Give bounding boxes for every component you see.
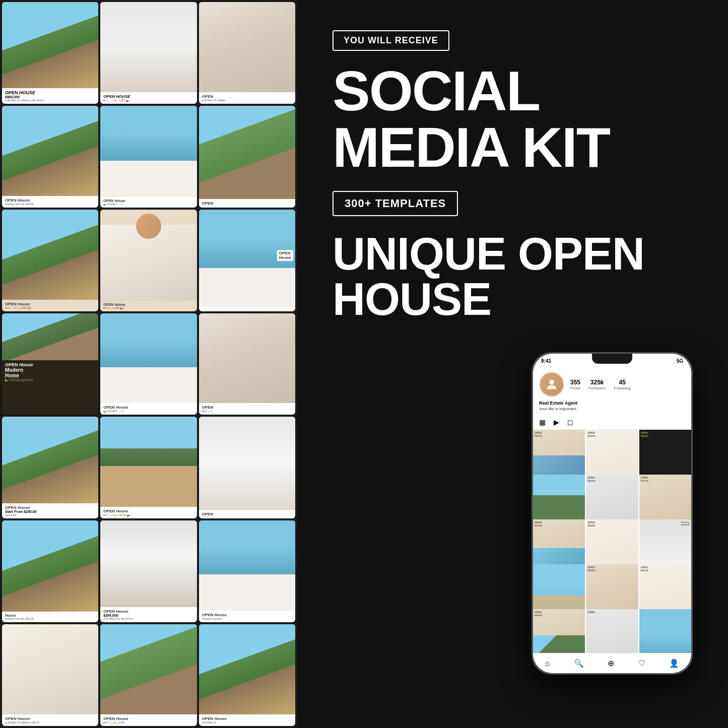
template-card: OPEN House 🛏 2 🛁 1 📐 1,245 🚗 1 xyxy=(100,2,196,104)
following-label: Following xyxy=(614,386,631,390)
main-title: SOCIAL MEDIA KIT xyxy=(333,63,610,176)
template-card: OPEN House Start From $250.00 @yoursite xyxy=(2,417,98,518)
video-icon: ▶ xyxy=(554,418,559,426)
templates-badge: 300+ TEMPLATES xyxy=(333,191,458,216)
search-icon: 🔍 xyxy=(574,658,584,668)
phone-notch xyxy=(592,354,632,364)
home-icon: ⌂ xyxy=(545,659,550,668)
template-card: OPEN House 🏊 Pool 🛏 2 🛁 1 xyxy=(100,106,196,208)
grid-cell: PropertySchedule xyxy=(639,519,691,571)
phone-username: Real Estate Agent xyxy=(539,400,685,407)
posts-label: Posts xyxy=(570,386,580,390)
tag-icon: ◻ xyxy=(567,418,573,426)
grid-cell: OPENHouse xyxy=(533,564,585,616)
phone-profile-section: 355 Posts 325k Followers 45 Following xyxy=(533,368,691,415)
phone-bio: Your Bio is important. xyxy=(539,407,685,411)
grid-cell: OPENHouse xyxy=(586,519,638,571)
phone-stats: 355 Posts 325k Followers 45 Following xyxy=(570,379,685,390)
template-card: OPEN House Starting From $2,1200.00 xyxy=(2,106,98,208)
grid-cell: OPENHouse xyxy=(533,609,585,653)
template-card: OPEN House 🛏 2 🛁 1 📐 1,245 sqft xyxy=(2,210,98,311)
grid-cell: OPENHouse xyxy=(639,564,691,616)
phone-time: 9:41 xyxy=(541,358,551,364)
grid-cell: OPENHouse xyxy=(586,430,638,482)
grid-cell: OPENHouse xyxy=(639,475,691,526)
template-card: House Starting From $2,1500.00 xyxy=(2,520,98,622)
grid-cell: OPEN xyxy=(586,609,638,653)
template-card: OPEN House 🏊 Pool 🛏 3 🛁 2 xyxy=(100,313,196,415)
phone-stat-following: 45 Following xyxy=(614,379,631,390)
phone-avatar-row: 355 Posts 325k Followers 45 Following xyxy=(539,372,685,397)
add-icon: ⊕ xyxy=(608,658,614,668)
phone-mockup: 9:41 5G xyxy=(532,352,693,675)
grid-cell: OPEN xyxy=(639,609,691,653)
sub-title: UNIQUE OPEN HOUSE xyxy=(333,231,644,322)
grid-cell: OPENHouse xyxy=(533,519,585,571)
grid-cell: OPENHouse xyxy=(639,430,691,482)
template-card: OPEN xyxy=(199,106,295,208)
avatar xyxy=(539,372,564,397)
following-count: 45 xyxy=(619,379,625,386)
grid-icon: ▦ xyxy=(539,418,546,426)
template-card: OPEN ● 40 Main St ● Miami xyxy=(199,2,295,104)
template-card: OPENHouse xyxy=(199,210,295,311)
followers-count: 325k xyxy=(590,379,604,386)
template-card: OPEN House Property Features xyxy=(199,520,295,622)
grid-cell: OPENHouse xyxy=(586,564,638,616)
followers-label: Followers xyxy=(588,386,606,390)
template-card: OPEN House 🛏 3 🛁 1 📐 List sft 🚗 1 xyxy=(100,417,196,518)
phone-stat-followers: 325k Followers xyxy=(588,379,606,390)
phone-post-grid: OPENHouse OPENHouse OPENHouse OPENHouse xyxy=(533,430,691,653)
template-card: OPEN House ● 40 Main St xyxy=(199,624,295,726)
svg-point-0 xyxy=(549,380,554,384)
template-card: OPEN 🛏 2 🛁 1 xyxy=(199,313,295,415)
posts-count: 355 xyxy=(570,379,580,386)
grid-cell: OPENHouse xyxy=(533,430,585,482)
template-grid: OPEN House $500,000 ● 40 Main St ● Miami… xyxy=(0,0,297,728)
template-card: OPEN House ModernHome 📐 1,245 sqft 🚗 Par… xyxy=(2,313,98,415)
phone-mockup-container: 9:41 5G xyxy=(333,352,693,675)
template-card: OPEN House $299,000 ● 40 Main St ● Sat 2… xyxy=(100,520,196,622)
template-card: OPEN House 🛏 3 🛁 2 📐 1,245 xyxy=(100,624,196,726)
phone-stat-posts: 355 Posts xyxy=(570,379,580,390)
heart-icon: ♡ xyxy=(638,658,645,668)
profile-icon: 👤 xyxy=(669,658,679,668)
grid-cell: OPENHouse xyxy=(533,475,585,526)
template-card: OPEN House $500,000 ● 40 Main St ● Miami… xyxy=(2,2,98,104)
phone-screen: 9:41 5G xyxy=(533,354,691,673)
template-card: OPEN House 🛏 2 📐 1,245 🚗 1 xyxy=(100,210,196,311)
phone-grid-icons: ▦ ▶ ◻ xyxy=(533,415,691,430)
right-panel: YOU WILL RECEIVE SOCIAL MEDIA KIT 300+ T… xyxy=(297,0,728,728)
grid-cell: OPENHouse xyxy=(586,475,638,526)
you-will-receive-badge: YOU WILL RECEIVE xyxy=(333,30,449,51)
template-card: OPEN xyxy=(199,417,295,518)
phone-signal: 5G xyxy=(677,358,683,364)
phone-bottom-bar: ⌂ 🔍 ⊕ ♡ 👤 xyxy=(533,653,691,673)
template-card: OPEN House ● 40 Main St ● Miami ● Sat 29 xyxy=(2,624,98,726)
